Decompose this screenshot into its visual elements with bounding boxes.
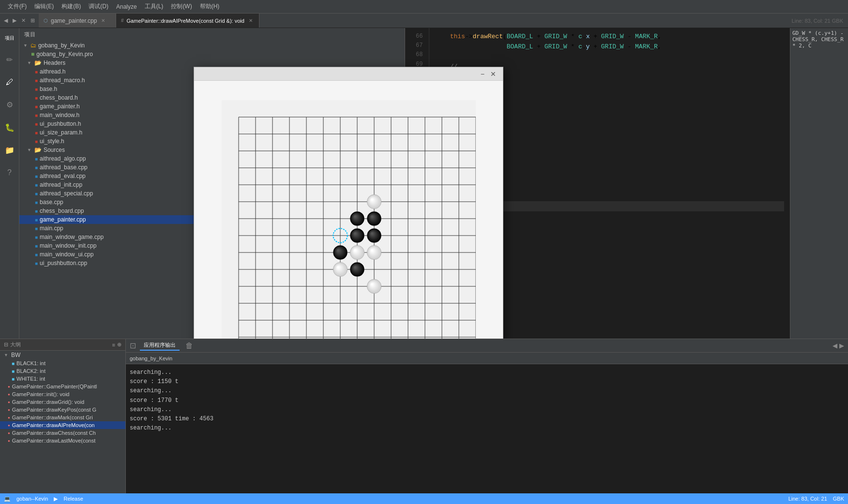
sidebar-icon-debug[interactable]: 🐛 [2, 120, 17, 135]
output-line-7: searching... [130, 424, 844, 433]
var-black1[interactable]: ■ BLACK1: int [0, 359, 125, 367]
fn-drawmark[interactable]: ● GamePainter::drawMark(const Gri [0, 414, 125, 421]
sidebar-section-project: 项目 [19, 28, 405, 41]
menu-item-help[interactable]: 帮助(H) [196, 1, 224, 12]
ln-67: 67 [407, 41, 427, 50]
output-next-btn[interactable]: ▶ [839, 342, 844, 349]
status-project-icon: 💻 [4, 496, 11, 502]
tree-root-icon: 🗂 [30, 42, 36, 49]
cpp-icon5: ■ [35, 191, 38, 196]
fn-icon5: ● [8, 415, 10, 420]
tree-root[interactable]: ▼ 🗂 gobang_by_Kevin [19, 41, 405, 50]
outline-header: ⊟ 大纲 ≡ ⊕ [0, 339, 125, 351]
sidebar-icons: 项目 ✏ 🖊 ⚙ 🐛 📁 ? [0, 28, 19, 339]
cpp-icon11: ■ [35, 243, 38, 249]
tab-split-button[interactable]: ⊞ [29, 16, 37, 25]
cpp-icon6: ■ [35, 200, 38, 205]
status-release-icon: ▶ [54, 496, 58, 502]
bottom-area: ⊟ 大纲 ≡ ⊕ ▼ BW ■ BLACK1: int ■ BLACK2: in… [0, 339, 848, 493]
fn-init[interactable]: ● GamePainter::init(): void [0, 390, 125, 398]
fn-drawgrid[interactable]: ● GamePainter::drawGrid(): void [0, 398, 125, 406]
cpp-icon12: ■ [35, 252, 38, 257]
dialog-titlebar: − ✕ [194, 67, 503, 81]
status-right: Line: 83, Col: 21 GBK [788, 496, 844, 502]
sidebar-icon-build[interactable]: ⚙ [3, 97, 16, 112]
h-file-icon4: ■ [35, 95, 38, 101]
menu-item-edit[interactable]: 编辑(E) [30, 1, 58, 12]
outline-btn2[interactable]: ⊕ [117, 341, 121, 348]
fn-drawchess[interactable]: ● GamePainter::drawChess(const Ch [0, 429, 125, 437]
h-file-icon: ■ [35, 69, 38, 74]
sidebar-icon-project[interactable]: 项目 [2, 32, 17, 44]
output-project-tab[interactable]: gobang_by_Kevin [126, 353, 848, 364]
bottom-right-panel: ⊡ 应用程序输出 🗑 ◀ ▶ gobang_by_Kevin searching… [126, 339, 848, 493]
sources-folder-icon: 📂 [34, 147, 42, 153]
fn-icon7: ● [8, 431, 10, 435]
tab-close-2[interactable]: ✕ [247, 17, 254, 24]
cpp-icon4: ■ [35, 182, 38, 188]
status-line-info: Line: 83, Col: 21 [788, 496, 827, 502]
dialog-minimize-button[interactable]: − [478, 69, 487, 79]
menu-item-debug[interactable]: 调试(D) [85, 1, 112, 12]
tree-pro-file[interactable]: ■ gobang_by_Kevin.pro [19, 50, 405, 59]
menu-item-control[interactable]: 控制(W) [167, 1, 196, 12]
fn-drawaiapremove[interactable]: ● GamePainter::drawAIPreMove(con [0, 421, 125, 429]
sidebar-icon-help[interactable]: ? [4, 165, 15, 180]
output-content: searching... score : 1150 t searching...… [126, 364, 848, 493]
output-toolbar: ⊡ 应用程序输出 🗑 ◀ ▶ [126, 339, 848, 353]
cpp-icon8: ■ [35, 217, 38, 222]
sources-label: Sources [44, 147, 65, 153]
h-file-icon8: ■ [35, 130, 38, 135]
fn-drawkeypos[interactable]: ● GamePainter::drawKeyPos(const G [0, 406, 125, 414]
output-prev-btn[interactable]: ◀ [833, 342, 837, 349]
tab-close-button[interactable]: ✕ [19, 16, 28, 25]
fn-gamepainter[interactable]: ● GamePainter::GamePainter(QPaintl [0, 383, 125, 390]
h-file-icon6: ■ [35, 113, 38, 118]
output-icon: ⊡ [130, 341, 136, 350]
h-file-icon2: ■ [35, 78, 38, 83]
output-tab-app[interactable]: 应用程序输出 [140, 341, 180, 351]
cpp-icon1: ■ [35, 156, 38, 162]
gomoku-board-canvas[interactable] [222, 100, 476, 339]
fn-icon8: ● [8, 439, 10, 443]
tree-headers-group[interactable]: ▼ 📂 Headers [19, 59, 405, 67]
var-black2[interactable]: ■ BLACK2: int [0, 367, 125, 375]
folder-icon: 📂 [34, 59, 42, 66]
output-clear-btn[interactable]: 🗑 [185, 341, 193, 350]
headers-label: Headers [44, 59, 65, 66]
collapse-icon: ▼ [23, 43, 28, 48]
outline-btn1[interactable]: ≡ [112, 342, 115, 348]
tab-game-painter[interactable]: ⬡ game_painter.cpp ✕ [39, 14, 116, 28]
sidebar-icon-project2[interactable]: 📁 [2, 143, 17, 158]
var-icon1: ■ [12, 361, 15, 366]
tab-hash-icon: # [121, 18, 124, 23]
tab-function[interactable]: # GamePainter::drawAIPreMove(const Grid … [116, 14, 259, 28]
outline-label: 大纲 [10, 341, 21, 348]
h-file-icon7: ■ [35, 121, 38, 127]
menu-item-analyze[interactable]: Analyze [112, 2, 141, 11]
output-line-1: searching... [130, 368, 844, 377]
status-encoding: GBK [833, 496, 844, 502]
menu-item-file[interactable]: 文件(F) [4, 1, 30, 12]
tab-toolbar: ◀ ▶ ✕ ⊞ [0, 14, 39, 28]
sources-collapse-icon: ▼ [27, 148, 31, 152]
bw-group[interactable]: ▼ BW [0, 351, 125, 359]
fn-icon1: ● [8, 385, 10, 389]
menu-item-tools[interactable]: 工具(L) [141, 1, 167, 12]
tab-forward-button[interactable]: ▶ [11, 16, 18, 25]
code-line-68 [435, 52, 785, 62]
var-white1[interactable]: ■ WHITE1: int [0, 375, 125, 383]
sidebar-icon-draw[interactable]: 🖊 [3, 75, 16, 89]
output-project-label: gobang_by_Kevin [130, 356, 172, 361]
sidebar-icon-edit[interactable]: ✏ [3, 52, 15, 67]
cpp-icon3: ■ [35, 174, 38, 179]
tab-back-button[interactable]: ◀ [2, 16, 10, 25]
fn-icon2: ● [8, 392, 10, 397]
line-info: Line: 83, Col: 21 GBK [792, 18, 843, 24]
dialog-close-button[interactable]: ✕ [487, 69, 499, 79]
fn-drawlastmove[interactable]: ● GamePainter::drawLastMove(const [0, 437, 125, 445]
status-project-name: goban--Kevin [16, 496, 48, 502]
output-line-3: searching... [130, 386, 844, 396]
tab-close-1[interactable]: ✕ [100, 17, 106, 24]
menu-item-build[interactable]: 构建(B) [58, 1, 85, 12]
